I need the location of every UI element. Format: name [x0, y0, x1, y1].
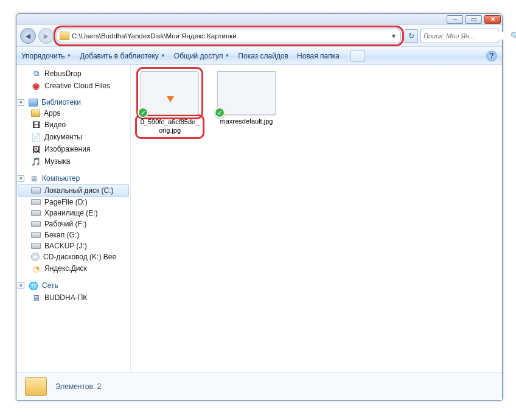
- new-folder-button[interactable]: Новая папка: [297, 52, 340, 60]
- file-pane[interactable]: ✓ 0_590fc_a6cf85de_orig.jpg ✓ maxresdefa…: [131, 65, 502, 372]
- minimize-button[interactable]: ─: [447, 15, 463, 24]
- forward-button[interactable]: ►: [38, 28, 54, 44]
- library-icon: [29, 99, 38, 107]
- back-button[interactable]: ◄: [20, 28, 36, 44]
- folder-icon: [25, 377, 47, 396]
- tree-item-drive-d[interactable]: PageFile (D:): [18, 197, 129, 208]
- search-icon: 🔍: [511, 32, 516, 40]
- tree-item-ccf[interactable]: ◉Creative Cloud Files: [18, 80, 129, 92]
- collapse-icon[interactable]: ▾: [18, 282, 24, 289]
- file-item[interactable]: ✓ 0_590fc_a6cf85de_orig.jpg: [137, 71, 203, 136]
- thumbnail-icon: ✓: [217, 71, 276, 115]
- collapse-icon[interactable]: ▾: [18, 99, 24, 106]
- close-button[interactable]: ✕: [484, 15, 501, 24]
- thumbnail-icon: ✓: [141, 71, 199, 115]
- tree-item-drive-g[interactable]: Бекап (G:): [18, 229, 129, 240]
- help-button[interactable]: ?: [486, 51, 497, 61]
- drive-icon: [31, 243, 41, 249]
- status-bar: Элементов: 2: [16, 372, 502, 400]
- tree-section-network[interactable]: ▾🌐Сеть: [18, 279, 129, 292]
- video-icon: 🎞: [31, 120, 41, 130]
- documents-icon: 📄: [31, 132, 41, 142]
- drive-icon: [31, 232, 41, 238]
- tree-section-libraries[interactable]: ▾Библиотеки: [18, 97, 129, 108]
- folder-icon: [60, 32, 69, 40]
- navigation-bar: ◄ ► ▾ ↻ 🔍: [16, 25, 502, 47]
- item-count-label: Элементов: 2: [55, 382, 101, 391]
- dropbox-icon: ⧉: [31, 69, 41, 79]
- sync-ok-icon: ✓: [214, 107, 225, 118]
- navigation-tree[interactable]: ⧉RebusDrop ◉Creative Cloud Files ▾Библио…: [16, 65, 131, 372]
- search-input[interactable]: [424, 32, 508, 40]
- maximize-button[interactable]: ▭: [465, 15, 482, 24]
- file-item[interactable]: ✓ maxresdefault.jpg: [214, 71, 279, 136]
- organize-menu[interactable]: Упорядочить▼: [21, 52, 71, 60]
- drive-icon: [31, 187, 41, 194]
- tree-item-drive-k[interactable]: CD-дисковод (K:) Bee: [18, 251, 129, 262]
- tree-item-drive-c[interactable]: Локальный диск (C:): [18, 184, 129, 197]
- tree-item-apps[interactable]: Apps: [18, 108, 129, 119]
- tree-item-yandex-disk[interactable]: ◔Яндекс.Диск: [18, 262, 129, 275]
- explorer-window: ─ ▭ ✕ ◄ ► ▾ ↻ 🔍 Упорядочить▼ Добавить в …: [16, 13, 503, 401]
- tree-item-video[interactable]: 🎞Видео: [18, 119, 129, 131]
- tree-item-rebusdrop[interactable]: ⧉RebusDrop: [18, 68, 129, 80]
- tree-item-network-pc[interactable]: 🖥BUDDHA-ПК: [18, 292, 129, 304]
- collapse-icon[interactable]: ▾: [18, 175, 24, 182]
- tree-item-drive-j[interactable]: BACKUP (J:): [18, 240, 129, 251]
- folder-icon: [31, 110, 40, 117]
- command-toolbar: Упорядочить▼ Добавить в библиотеку▼ Общи…: [16, 47, 502, 65]
- address-input[interactable]: [72, 32, 387, 40]
- refresh-button[interactable]: ↻: [405, 29, 418, 43]
- slideshow-button[interactable]: Показ слайдов: [238, 52, 288, 60]
- adobe-icon: ◉: [31, 81, 41, 91]
- titlebar[interactable]: ─ ▭ ✕: [16, 14, 502, 25]
- address-bar[interactable]: ▾: [57, 29, 401, 43]
- file-name-label: 0_590fc_a6cf85de_orig.jpg: [138, 117, 201, 136]
- music-icon: 🎵: [31, 156, 41, 166]
- share-menu[interactable]: Общий доступ▼: [174, 52, 230, 60]
- disc-icon: [31, 253, 40, 261]
- view-options-button[interactable]: [350, 50, 365, 62]
- tree-item-music[interactable]: 🎵Музыка: [18, 155, 129, 167]
- drive-icon: [31, 221, 41, 227]
- include-library-menu[interactable]: Добавить в библиотеку▼: [80, 52, 165, 60]
- computer-icon: 🖥: [29, 173, 38, 183]
- network-icon: 🌐: [29, 281, 38, 290]
- computer-icon: 🖥: [31, 293, 41, 303]
- tree-item-drive-f[interactable]: Рабочий (F:): [18, 219, 129, 229]
- drive-icon: [31, 210, 41, 216]
- tree-item-drive-e[interactable]: Хранилище (E:): [18, 208, 129, 219]
- drive-icon: [31, 199, 41, 205]
- search-box[interactable]: 🔍: [420, 29, 498, 43]
- tree-section-computer[interactable]: ▾🖥Компьютер: [18, 172, 129, 184]
- file-name-label: maxresdefault.jpg: [220, 117, 273, 126]
- address-dropdown[interactable]: ▾: [389, 32, 398, 40]
- images-icon: 🖼: [31, 144, 41, 154]
- yandex-disk-icon: ◔: [31, 264, 41, 273]
- sync-ok-icon: ✓: [138, 107, 148, 118]
- tree-item-documents[interactable]: 📄Документы: [18, 131, 129, 143]
- tree-item-images[interactable]: 🖼Изображения: [18, 143, 129, 155]
